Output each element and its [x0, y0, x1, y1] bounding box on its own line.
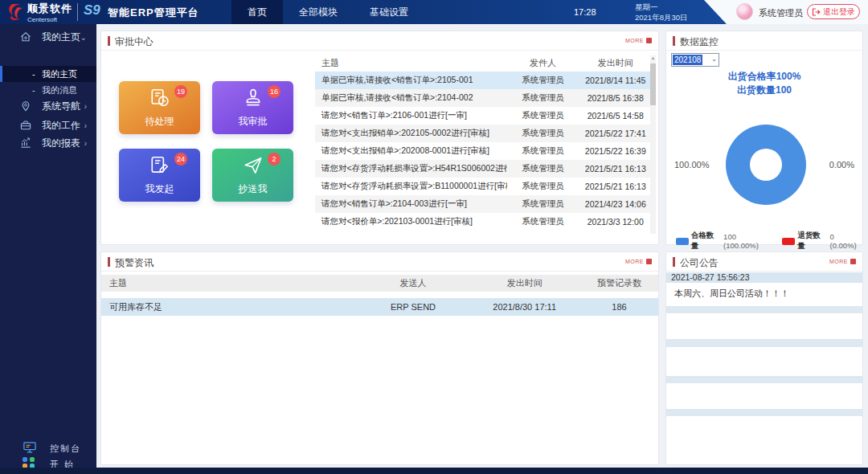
product-title: 智能ERP管理平台 [108, 6, 199, 20]
panel-title: 公司公告 [680, 256, 719, 270]
stamp-icon [243, 88, 264, 108]
tile-my-approvals[interactable]: 16 我审批 [212, 81, 293, 134]
scroll-up-icon[interactable]: ▲ [650, 55, 656, 60]
legend-item-return[interactable]: 退货数量 0 (0.00%) [782, 231, 862, 251]
sidebar-subitem-myhome[interactable]: - 我的主页 [0, 66, 96, 82]
chart-icon [19, 137, 32, 149]
sidebar: 我的主页 ⌄ - 我的主页 - 我的消息 系统导航 › 我的工作 › [0, 24, 96, 474]
legend-item-pass[interactable]: 合格数量 100 (100.00%) [676, 231, 772, 251]
date: 2021年8月30日 [635, 12, 687, 22]
console-button[interactable]: 控制台 [0, 440, 96, 456]
chart-legend: 合格数量 100 (100.00%) 退货数量 0 (0.00%) [676, 231, 862, 251]
sidebar-item-myhome[interactable]: 我的主页 ⌄ [0, 27, 96, 47]
more-link[interactable]: MORE [625, 38, 644, 43]
more-icon[interactable] [646, 38, 652, 43]
count-badge: 24 [174, 153, 187, 165]
table-row[interactable]: 请您对<支出报销单>:202105-0002进行[审核] 系统管理员 2021/… [315, 125, 653, 142]
donut-hole [750, 149, 782, 181]
top-bar: 顺景软件 Centersoft S9 智能ERP管理平台 首页 全部模块 基础设… [0, 0, 868, 24]
alerts-table: 主题 发送人 发出时间 预警记录数 可用库存不足 ERP SEND 2021/8… [101, 275, 658, 316]
legend-swatch-blue [676, 238, 689, 245]
table-row[interactable]: 单据已审核,请接收<销售订单>:2104-002 系统管理员 2021/8/5 … [315, 89, 653, 107]
logout-icon [812, 8, 821, 16]
more-link[interactable]: MORE [625, 259, 644, 264]
donut-left-label: 100.00% [674, 160, 709, 170]
main-nav: 首页 全部模块 基础设置 [231, 0, 424, 24]
table-row[interactable]: 可用库存不足 ERP SEND 2021/8/30 17:11 186 [101, 298, 658, 316]
nav-tab-modules[interactable]: 全部模块 [283, 0, 354, 24]
company-notice-panel: 公司公告 MORE 2021-08-27 15:56:23 本周六、周日公司活动… [665, 251, 863, 465]
qty-headline: 出货数量100 [666, 84, 862, 97]
console-icon [23, 441, 37, 456]
accent-bar [108, 257, 110, 267]
table-row[interactable]: 请您对<存货浮动耗损率设置>:H54R1S006002进行[审核] 系统管理员 … [315, 160, 653, 178]
count-badge: 19 [174, 85, 187, 98]
more-icon[interactable] [850, 259, 856, 264]
logout-button[interactable]: 退出登录 [807, 4, 860, 19]
header-user-area: 系统管理员 退出登录 [704, 0, 868, 24]
date-block: 星期一 2021年8月30日 [635, 2, 687, 22]
count-badge: 2 [268, 153, 280, 165]
panel-header: 审批中心 MORE [101, 31, 658, 51]
pending-doc-clock-icon [149, 88, 170, 108]
approval-table: 主题 发件人 发出时间 单据已审核,请接收<销售订单>:2105-001 系统管… [315, 54, 653, 231]
tile-cc-to-me[interactable]: 2 抄送我 [212, 149, 293, 202]
spacer [101, 292, 658, 298]
panel-header: 数据监控 [666, 31, 862, 51]
table-row[interactable]: 请您对<支出报销单>:202008-0001进行[审核] 系统管理员 2021/… [315, 142, 653, 160]
tile-pending[interactable]: 19 待处理 [119, 81, 200, 134]
weekday: 星期一 [635, 2, 687, 12]
avatar[interactable] [736, 3, 753, 20]
sidebar-item-myreports[interactable]: 我的报表 › [0, 133, 96, 153]
brand-subname: Centersoft [27, 16, 72, 23]
brand-name: 顺景软件 [27, 2, 72, 16]
table-row[interactable]: 请您对<报价单>:202103-0001进行[审核] 系统管理员 2021/3/… [315, 213, 653, 231]
erp-dashboard: 顺景软件 Centersoft S9 智能ERP管理平台 首页 全部模块 基础设… [0, 0, 868, 474]
clock: 17:28 [574, 7, 596, 17]
briefcase-icon [19, 119, 32, 132]
brand-block: 顺景软件 Centersoft [27, 2, 72, 23]
table-row[interactable]: 单据已审核,请接收<销售订单>:2105-001 系统管理员 2021/8/14… [315, 72, 653, 89]
period-select[interactable]: 202108 ⌄ [671, 53, 719, 67]
doc-pencil-icon [149, 155, 170, 176]
notice-empty-row [666, 306, 862, 313]
alerts-table-header: 主题 发送人 发出时间 预警记录数 [101, 275, 658, 292]
accent-bar [108, 36, 110, 46]
table-row[interactable]: 请您对<存货浮动耗损率设置>:B11000001进行[审核] 系统管理员 202… [315, 178, 653, 195]
notice-timestamp: 2021-08-27 15:56:23 [666, 272, 862, 283]
tile-initiated-by-me[interactable]: 24 我发起 [119, 149, 200, 202]
chevron-right-icon: › [84, 102, 87, 111]
panel-title: 审批中心 [115, 35, 154, 49]
company-logo-icon [6, 2, 24, 22]
more-link[interactable]: MORE [829, 259, 848, 264]
table-row[interactable]: 请您对<销售订单>:2104-003进行[一审] 系统管理员 2021/4/23… [315, 195, 653, 213]
legend-swatch-red [782, 238, 795, 245]
sidebar-subitem-mymessages[interactable]: - 我的消息 [0, 82, 96, 98]
scrollbar-thumb[interactable] [650, 63, 656, 105]
sidebar-item-mywork[interactable]: 我的工作 › [0, 116, 96, 135]
notice-text[interactable]: 本周六、周日公司活动！！！ [674, 288, 789, 300]
bottom-bar [0, 468, 868, 474]
panel-header: 预警资讯 MORE [101, 252, 658, 272]
scrollbar[interactable]: ▲ [650, 55, 656, 234]
sidebar-item-label: 我的主页 [42, 31, 80, 44]
chevron-right-icon: › [84, 139, 87, 148]
location-icon [19, 100, 32, 112]
paper-plane-icon [243, 155, 264, 176]
table-row[interactable]: 请您对<销售订单>:2106-001进行[一审] 系统管理员 2021/6/5 … [315, 107, 653, 125]
dash-marker: - [32, 82, 35, 98]
chevron-down-icon: ⌄ [80, 33, 87, 42]
donut-chart[interactable] [726, 125, 806, 205]
home-icon [19, 31, 32, 43]
notice-empty-row [666, 376, 862, 383]
logo-divider [77, 3, 78, 21]
start-icon [23, 457, 35, 468]
logout-label: 退出登录 [823, 6, 855, 18]
count-badge: 16 [268, 85, 280, 98]
nav-tab-home[interactable]: 首页 [231, 0, 283, 24]
alerts-panel: 预警资讯 MORE 主题 发送人 发出时间 预警记录数 可用库存不足 ERP S… [100, 251, 659, 465]
nav-tab-settings[interactable]: 基础设置 [354, 0, 424, 24]
sidebar-item-navigation[interactable]: 系统导航 › [0, 96, 96, 116]
notice-empty-row [666, 339, 862, 347]
more-icon[interactable] [646, 259, 652, 264]
